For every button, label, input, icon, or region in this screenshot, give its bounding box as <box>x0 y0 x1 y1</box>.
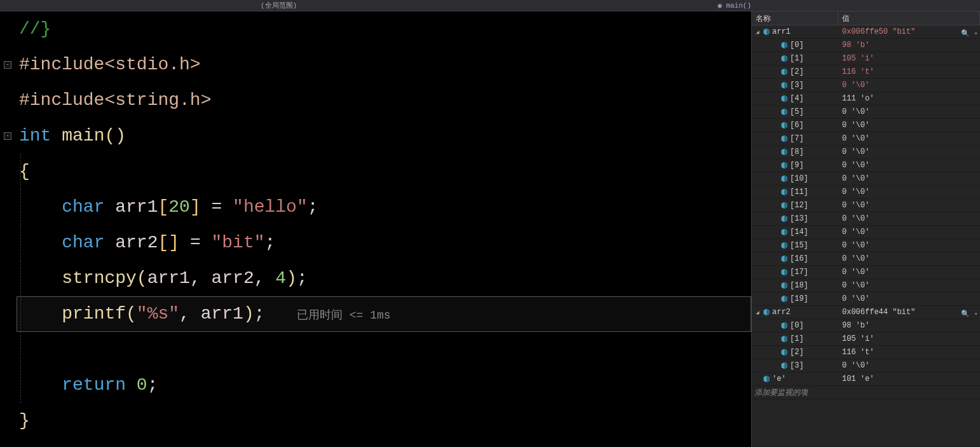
variable-icon <box>780 362 788 369</box>
watch-row[interactable]: [2]116 't' <box>752 346 980 359</box>
code-line[interactable]: #include<string.h> <box>17 83 751 118</box>
watch-var-name: [7] <box>790 134 804 143</box>
code-line[interactable]: #include<stdio.h> <box>17 47 751 83</box>
code-line[interactable]: strncpy(arr1, arr2, 4); <box>17 261 751 296</box>
watch-panel: 名称 值 ◢arr10x006ffe50 "bit"🔍▾[0]98 'b'[1]… <box>751 11 980 447</box>
variable-icon <box>780 121 788 129</box>
function-dropdown[interactable]: main() <box>726 2 751 10</box>
watch-row[interactable]: [15]0 '\0' <box>752 239 980 252</box>
watch-var-name: [4] <box>790 94 804 103</box>
watch-var-name: [19] <box>790 294 808 303</box>
watch-row[interactable]: ◢arr20x006ffe44 "bit"🔍▾ <box>752 306 980 319</box>
watch-row[interactable]: [11]0 '\0' <box>752 186 980 199</box>
watch-var-value: 0 '\0' <box>838 361 980 370</box>
watch-row[interactable]: [7]0 '\0' <box>752 132 980 146</box>
scope-dropdown[interactable]: (全局范围) <box>261 1 297 10</box>
watch-var-value: 116 't' <box>838 67 980 76</box>
code-content[interactable]: //}#include<stdio.h>#include<string.h>in… <box>17 11 751 447</box>
watch-body: ◢arr10x006ffe50 "bit"🔍▾[0]98 'b'[1]105 '… <box>752 25 980 447</box>
code-line[interactable]: char arr2[] = "bit"; <box>17 225 751 261</box>
watch-header-value[interactable]: 值 <box>838 11 980 25</box>
watch-row[interactable]: [18]0 '\0' <box>752 279 980 292</box>
watch-var-name: [15] <box>790 241 808 250</box>
expand-toggle-icon[interactable]: ◢ <box>754 29 761 36</box>
watch-var-name: [10] <box>790 174 808 183</box>
watch-var-name: [3] <box>790 81 804 90</box>
chevron-down-icon[interactable]: ▾ <box>974 311 977 317</box>
variable-icon <box>780 81 788 89</box>
watch-row[interactable]: [19]0 '\0' <box>752 292 980 306</box>
variable-icon <box>780 55 788 62</box>
chevron-down-icon[interactable]: ▾ <box>974 31 977 36</box>
code-editor[interactable]: -- //}#include<stdio.h>#include<string.h… <box>0 11 751 447</box>
watch-row[interactable]: ◢arr10x006ffe50 "bit"🔍▾ <box>752 25 980 39</box>
code-line[interactable]: char arr1[20] = "hello"; <box>17 189 751 225</box>
variable-icon <box>780 322 788 329</box>
watch-row[interactable]: [0]98 'b' <box>752 319 980 333</box>
watch-row[interactable]: [6]0 '\0' <box>752 119 980 132</box>
watch-var-name: [0] <box>790 321 804 330</box>
watch-row[interactable]: [16]0 '\0' <box>752 252 980 266</box>
watch-var-name: [12] <box>790 201 808 210</box>
code-line[interactable]: int main() <box>17 118 751 154</box>
watch-row[interactable]: [17]0 '\0' <box>752 266 980 279</box>
watch-row[interactable]: [2]116 't' <box>752 65 980 79</box>
watch-row[interactable]: [10]0 '\0' <box>752 172 980 186</box>
variable-icon <box>780 188 788 196</box>
watch-var-name: [1] <box>790 334 804 343</box>
editor-gutter: -- <box>0 11 17 447</box>
variable-icon <box>780 41 788 49</box>
code-line[interactable]: } <box>17 403 751 439</box>
watch-var-value: 116 't' <box>838 348 980 357</box>
watch-row[interactable]: [12]0 '\0' <box>752 199 980 212</box>
watch-row[interactable]: [5]0 '\0' <box>752 106 980 119</box>
watch-row[interactable]: [3]0 '\0' <box>752 79 980 92</box>
code-line[interactable] <box>17 332 751 368</box>
watch-row[interactable]: 'e'101 'e' <box>752 373 980 386</box>
watch-var-name: [9] <box>790 161 804 170</box>
code-line[interactable]: return 0; <box>17 368 751 403</box>
watch-header-name[interactable]: 名称 <box>752 11 838 25</box>
watch-var-name: [16] <box>790 254 808 263</box>
search-icon[interactable]: 🔍 <box>961 310 970 317</box>
watch-var-value: 0 '\0' <box>838 294 980 303</box>
variable-icon <box>780 175 788 182</box>
code-line[interactable]: //} <box>17 11 751 47</box>
code-line[interactable]: { <box>17 154 751 189</box>
watch-var-name: [14] <box>790 228 808 237</box>
variable-icon <box>780 148 788 156</box>
variable-icon <box>780 228 788 236</box>
variable-icon <box>780 282 788 289</box>
watch-row[interactable]: [9]0 '\0' <box>752 159 980 172</box>
watch-var-value: 0 '\0' <box>838 161 980 170</box>
variable-icon <box>780 335 788 343</box>
search-icon[interactable]: 🔍 <box>961 29 970 36</box>
watch-var-value: 101 'e' <box>838 375 980 383</box>
variable-icon <box>780 162 788 169</box>
watch-var-name: arr2 <box>772 308 791 317</box>
variable-icon <box>780 135 788 142</box>
watch-row[interactable]: [1]105 'i' <box>752 333 980 346</box>
watch-var-value: 0x006ffe44 "bit"🔍▾ <box>838 308 980 317</box>
watch-row[interactable]: [13]0 '\0' <box>752 212 980 226</box>
add-watch-row[interactable]: 添加要监视的项 <box>752 386 980 399</box>
variable-icon <box>763 375 770 383</box>
main-area: -- //}#include<stdio.h>#include<string.h… <box>0 11 980 447</box>
watch-var-value: 0 '\0' <box>838 241 980 250</box>
watch-var-value: 98 'b' <box>838 41 980 50</box>
watch-row[interactable]: [14]0 '\0' <box>752 226 980 239</box>
fold-toggle[interactable]: - <box>4 132 11 140</box>
watch-row[interactable]: [4]111 'o' <box>752 92 980 106</box>
expand-toggle-icon[interactable]: ◢ <box>754 309 761 316</box>
watch-var-name: [3] <box>790 361 804 370</box>
variable-icon <box>780 295 788 303</box>
watch-var-value: 111 'o' <box>838 94 980 103</box>
watch-var-name: [2] <box>790 67 804 76</box>
variable-icon <box>780 202 788 209</box>
watch-row[interactable]: [0]98 'b' <box>752 39 980 52</box>
watch-row[interactable]: [3]0 '\0' <box>752 359 980 373</box>
watch-row[interactable]: [8]0 '\0' <box>752 146 980 159</box>
code-line[interactable]: printf("%s", arr1); 已用时间 <= 1ms <box>17 296 751 332</box>
fold-toggle[interactable]: - <box>4 61 11 69</box>
watch-row[interactable]: [1]105 'i' <box>752 52 980 65</box>
